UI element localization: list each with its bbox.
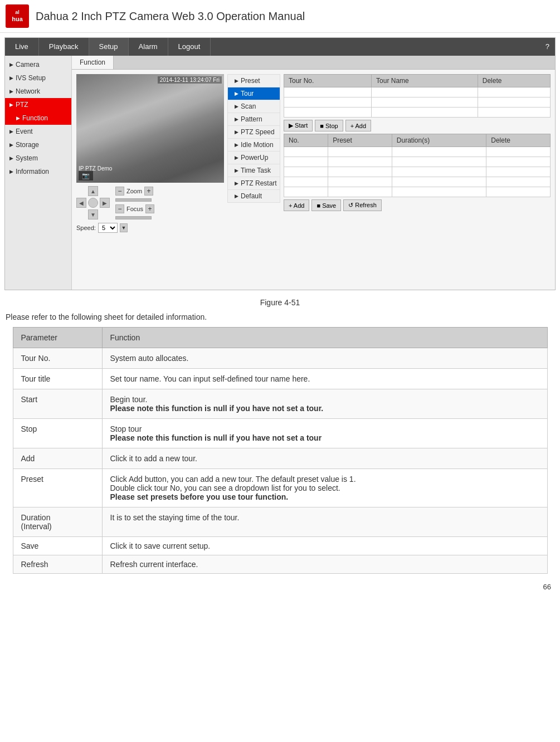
camera-snapshot-btn[interactable]: 📷 (79, 171, 93, 180)
menu-item-tour[interactable]: ▶Tour (228, 87, 280, 100)
menu-item-pattern[interactable]: ▶Pattern (228, 113, 280, 126)
ui-screenshot: Live Playback Setup Alarm Logout ? ▶ Cam… (4, 37, 556, 290)
zoom-row: − Zoom + (115, 187, 154, 196)
dpad-left-button[interactable]: ◀ (76, 198, 86, 208)
param-refresh: Refresh (13, 555, 102, 574)
pattern-arrow-icon: ▶ (235, 116, 238, 122)
focus-row: − Focus + (115, 204, 154, 213)
dpad-down-button[interactable]: ▼ (88, 209, 98, 219)
param-stop: Stop (13, 419, 102, 448)
speed-dropdown-button[interactable]: ▼ (120, 223, 128, 232)
tour-config-panel: Tour No. Tour Name Delete (284, 74, 551, 233)
menu-item-powerup[interactable]: ▶PowerUp (228, 152, 280, 164)
time-task-arrow-icon: ▶ (235, 168, 238, 173)
figure-caption: Figure 4-51 (0, 298, 560, 307)
zoom-plus-button[interactable]: + (144, 187, 153, 196)
function-duration: It is to set the staying time of the tou… (102, 507, 547, 537)
ptz-arrow-icon: ▶ (9, 102, 13, 108)
nav-logout[interactable]: Logout (168, 38, 211, 56)
nav-setup[interactable]: Setup (89, 38, 129, 56)
sidebar-item-camera[interactable]: ▶ Camera (5, 58, 71, 71)
tab-bar: Function (72, 56, 555, 70)
table-row-tour-title: Tour title Set tour name. You can input … (13, 369, 547, 389)
stop-button[interactable]: ■ Stop (315, 120, 343, 131)
camera-timestamp: 2014-12-11 13:24:07 Fri (158, 76, 222, 84)
preset-empty-row-4 (284, 177, 551, 187)
nav-alarm[interactable]: Alarm (129, 38, 168, 56)
dpad-right-button[interactable]: ▶ (100, 198, 110, 208)
tour-name-table: Tour No. Tour Name Delete (284, 74, 551, 118)
page-header: alhua Dahua 2 Inch PTZ Camera Web 3.0 Op… (0, 0, 560, 33)
ptz-controls: ▲ ▼ ◀ ▶ − Zoom + (76, 186, 224, 219)
menu-item-idle-motion[interactable]: ▶Idle Motion (228, 139, 280, 152)
logo-icon: alhua (6, 4, 29, 28)
stop-note-bold: Please note this function is null if you… (110, 433, 322, 442)
tour-empty-row-2 (284, 97, 551, 108)
refresh-button[interactable]: ↺ Refresh (343, 199, 382, 211)
ptz-restart-arrow-icon: ▶ (235, 180, 238, 186)
focus-plus-button[interactable]: + (145, 204, 154, 213)
start-button[interactable]: ▶ Start (284, 120, 313, 131)
help-button[interactable]: ? (540, 38, 555, 56)
sidebar-item-information[interactable]: ▶ Information (5, 165, 71, 178)
zoom-minus-button[interactable]: − (115, 187, 124, 196)
event-arrow-icon: ▶ (9, 129, 13, 134)
focus-bar (115, 216, 152, 219)
focus-label: Focus (126, 206, 143, 212)
start-note-bold: Please note this function is null if you… (110, 404, 324, 413)
preset-duration-header: Duration(s) (392, 134, 486, 147)
preset-note-bold: Please set presets before you use tour f… (110, 492, 289, 501)
ivs-arrow-icon: ▶ (9, 75, 13, 81)
speed-select[interactable]: 5 (98, 223, 118, 233)
sidebar-item-network[interactable]: ▶ Network (5, 85, 71, 98)
sidebar-item-event[interactable]: ▶ Event (5, 125, 71, 138)
preset-empty-row-3 (284, 167, 551, 177)
nav-playback[interactable]: Playback (39, 38, 89, 56)
idle-motion-arrow-icon: ▶ (235, 142, 238, 148)
menu-item-preset[interactable]: ▶Preset (228, 75, 280, 87)
ptz-speed-arrow-icon: ▶ (235, 129, 238, 135)
dpad-center-button[interactable] (88, 198, 98, 208)
focus-minus-button[interactable]: − (115, 204, 124, 213)
sidebar-item-system[interactable]: ▶ System (5, 152, 71, 165)
menu-item-ptz-speed[interactable]: ▶PTZ Speed (228, 126, 280, 139)
tour-name-header: Tour Name (372, 75, 478, 87)
sidebar-item-ivs-setup[interactable]: ▶ IVS Setup (5, 71, 71, 85)
tour-no-header: Tour No. (284, 75, 372, 87)
function-preset: Click Add button, you can add a new tour… (102, 469, 547, 507)
menu-item-default[interactable]: ▶Default (228, 190, 280, 202)
save-button[interactable]: ■ Save (311, 199, 341, 211)
page-title: Dahua 2 Inch PTZ Camera Web 3.0 Operatio… (36, 10, 305, 23)
sidebar-item-ptz[interactable]: ▶ PTZ (5, 98, 71, 111)
function-arrow-icon: ▶ (16, 115, 20, 121)
tour-action-buttons-bottom: + Add ■ Save ↺ Refresh (284, 199, 551, 211)
information-arrow-icon: ▶ (9, 169, 13, 174)
add-preset-button[interactable]: + Add (284, 199, 309, 211)
param-tour-title: Tour title (13, 369, 102, 389)
nav-live[interactable]: Live (5, 38, 39, 56)
menu-item-scan[interactable]: ▶Scan (228, 100, 280, 113)
main-panel: Function 2014-12-11 13:24:07 Fri IP PTZ … (72, 56, 555, 290)
add-tour-top-button[interactable]: + Add (345, 120, 371, 131)
param-save: Save (13, 537, 102, 555)
ptz-dpad: ▲ ▼ ◀ ▶ (76, 186, 110, 219)
function-stop: Stop tour Please note this function is n… (102, 419, 547, 448)
camera-feed: 2014-12-11 13:24:07 Fri IP PTZ Demo 📷 (76, 74, 224, 183)
info-table: Parameter Function Tour No. System auto … (13, 327, 548, 574)
powerup-arrow-icon: ▶ (235, 155, 238, 160)
dpad-up-button[interactable]: ▲ (88, 186, 98, 196)
preset-table: No. Preset Duration(s) Delete (284, 134, 551, 197)
speed-label: Speed: (76, 224, 96, 231)
menu-item-time-task[interactable]: ▶Time Task (228, 164, 280, 177)
param-preset: Preset (13, 469, 102, 507)
table-row-start: Start Begin tour. Please note this funct… (13, 389, 547, 419)
sidebar-item-function[interactable]: ▶ Function (5, 111, 71, 125)
zoom-bar (115, 198, 152, 202)
tab-function[interactable]: Function (72, 56, 114, 69)
menu-panel: ▶Preset ▶Tour ▶Scan ▶Pattern ▶PTZ Speed (227, 74, 280, 203)
menu-item-ptz-restart[interactable]: ▶PTZ Restart (228, 177, 280, 190)
function-tour-title: Set tour name. You can input self-define… (102, 369, 547, 389)
sidebar-item-storage[interactable]: ▶ Storage (5, 138, 71, 152)
scan-arrow-icon: ▶ (235, 104, 238, 109)
tour-empty-row-3 (284, 108, 551, 118)
